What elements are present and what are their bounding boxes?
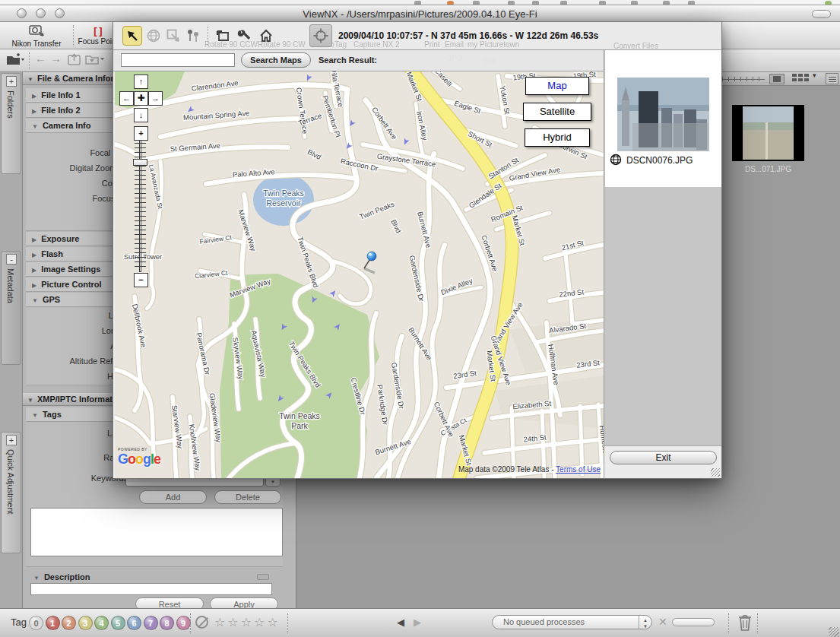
reset-button[interactable]: Reset: [135, 597, 204, 608]
divider: [287, 613, 288, 633]
triangle-right-icon: ▶: [32, 108, 36, 115]
tag-circle-5[interactable]: 5: [111, 616, 125, 630]
back-icon[interactable]: ←: [35, 52, 46, 65]
tag-circle-7[interactable]: 7: [144, 616, 158, 630]
settings-tool-button[interactable]: [235, 26, 255, 46]
search-maps-button[interactable]: Search Maps: [241, 52, 311, 68]
selected-photo-card[interactable]: DSCN0076.JPG: [605, 50, 721, 187]
home-tool-button[interactable]: [256, 26, 276, 46]
map-type-satellite-button[interactable]: Satellite: [523, 103, 591, 121]
no-rating-icon[interactable]: [195, 616, 208, 629]
globe-tool-button[interactable]: [144, 26, 163, 46]
single-image-view-button[interactable]: [769, 74, 785, 84]
quick-adjustment-tab-label: Quick Adjustment: [6, 449, 15, 515]
expand-icon[interactable]: +: [6, 435, 17, 445]
sidebar-tab-quick-adjustment[interactable]: + Quick Adjustment: [1, 432, 21, 553]
thumbnail-ds071[interactable]: [732, 105, 804, 161]
tag-circle-6[interactable]: 6: [127, 616, 141, 630]
map-type-hybrid-button[interactable]: Hybrid: [525, 128, 590, 147]
map-road: [580, 406, 582, 474]
pins-tool-button[interactable]: [183, 26, 203, 46]
grid-view-button[interactable]: [792, 74, 810, 84]
map-street-label: Reservoir: [267, 198, 301, 208]
map-street-label: Park: [291, 421, 308, 430]
zoom-slider-handle[interactable]: [133, 159, 147, 166]
collapse-widget-icon[interactable]: [257, 574, 269, 580]
divider: [728, 613, 729, 633]
google-map[interactable]: Clarendon AveMountain Spring AveSt Germa…: [115, 71, 604, 478]
tag-circle-0[interactable]: 0: [29, 616, 43, 630]
metadata-tab-label: Metadata: [6, 268, 15, 303]
star-rating[interactable]: ☆☆☆☆☆: [214, 615, 281, 629]
dialog-footer: Exit: [604, 445, 721, 478]
tag-circle-2[interactable]: 2: [62, 616, 76, 630]
photo-filename: DSCN0076.JPG: [626, 155, 693, 166]
previous-icon[interactable]: ◀: [397, 616, 404, 628]
divider: [190, 613, 191, 633]
keywords-listbox[interactable]: [30, 508, 283, 556]
next-icon[interactable]: ▶: [414, 616, 421, 628]
zoom-out-button[interactable]: −: [134, 273, 148, 287]
wrench-icon: [237, 28, 252, 43]
print-area-tool-button[interactable]: [214, 26, 233, 46]
cancel-queue-icon[interactable]: ✕: [658, 616, 667, 628]
new-folder-icon[interactable]: [6, 52, 24, 69]
nikon-transfer-button[interactable]: Nikon Transfer: [5, 24, 68, 48]
collapse-icon[interactable]: -: [6, 254, 17, 265]
map-search-input[interactable]: [121, 53, 235, 67]
terms-of-use-link[interactable]: Terms of Use: [556, 465, 601, 474]
pan-down-button[interactable]: ↓: [134, 108, 148, 122]
window-titlebar[interactable]: ViewNX - /Users/mrpasini/Pictures/2009.0…: [0, 5, 840, 22]
ghost-label: Print: [424, 40, 440, 49]
forward-icon[interactable]: →: [50, 52, 62, 65]
triangle-down-icon: ▼: [32, 412, 38, 419]
recenter-button[interactable]: ✚: [134, 91, 148, 106]
geotag-target-button[interactable]: [309, 24, 332, 47]
zoom-in-button[interactable]: +: [134, 126, 148, 141]
globe-icon: [146, 28, 161, 43]
ghost-label: my Picturetown: [468, 40, 519, 49]
home-icon: [258, 28, 274, 43]
exit-button[interactable]: Exit: [610, 451, 717, 464]
tag-circle-8[interactable]: 8: [160, 616, 174, 630]
delete-button[interactable]: Delete: [214, 490, 281, 504]
google-wordmark: Google: [118, 452, 160, 467]
pan-right-button[interactable]: →: [148, 91, 163, 106]
triangle-down-icon: ▼: [27, 76, 33, 83]
window-resize-grip[interactable]: [829, 627, 839, 637]
thumbnail-image: [743, 106, 794, 160]
triangle-down-icon: ▼: [32, 123, 38, 130]
map-attribution: Map data ©2009 Tele Atlas - Terms of Use: [458, 465, 601, 474]
export-tool-button[interactable]: [163, 26, 183, 46]
google-logo: POWERED BY Google: [118, 447, 160, 467]
pan-up-button[interactable]: ↑: [134, 74, 148, 89]
queue-dropdown[interactable]: No queued processes ▲▼: [492, 615, 652, 629]
tag-circle-9[interactable]: 9: [176, 616, 191, 630]
trash-icon[interactable]: [737, 613, 753, 635]
add-button[interactable]: Add: [139, 490, 207, 504]
view-dropdown-icon[interactable]: ▾: [813, 71, 816, 79]
folder-dropdown-icon[interactable]: [85, 53, 105, 68]
tag-circle-3[interactable]: 3: [78, 616, 93, 630]
toolbar-divider: [73, 25, 74, 46]
tag-circle-1[interactable]: 1: [46, 616, 60, 630]
dialog-toolbar: Rotate 90 CCWRotate 90 CWGeoTagCapture N…: [113, 22, 721, 50]
stepper-icon[interactable]: ▲▼: [639, 616, 651, 629]
dialog-resize-grip[interactable]: [711, 468, 720, 477]
sidebar-tab-folders[interactable]: + Folders: [1, 73, 21, 174]
tag-circle-4[interactable]: 4: [94, 616, 109, 630]
map-street-label: Twin Peaks: [279, 411, 320, 420]
photo-datetime-coordinates: 2009/04/10 10:07:57 - N 37d 45m 16.66s -…: [338, 30, 598, 41]
dialog-photo-panel: DSCN0076.JPG: [604, 50, 721, 445]
metadata-display-button[interactable]: [826, 73, 838, 84]
select-tool-button[interactable]: [122, 26, 142, 46]
open-in-explorer-icon[interactable]: [67, 52, 82, 69]
apply-button[interactable]: Apply: [210, 597, 278, 608]
expand-icon[interactable]: +: [6, 76, 17, 87]
toolbar-divider: [208, 27, 208, 45]
map-type-map-button[interactable]: Map: [525, 77, 589, 95]
sidebar-tab-metadata[interactable]: - Metadata: [1, 251, 21, 365]
description-input[interactable]: [30, 583, 272, 595]
toolbar-toggle-pill[interactable]: [812, 10, 831, 18]
pan-left-button[interactable]: ←: [119, 91, 134, 106]
